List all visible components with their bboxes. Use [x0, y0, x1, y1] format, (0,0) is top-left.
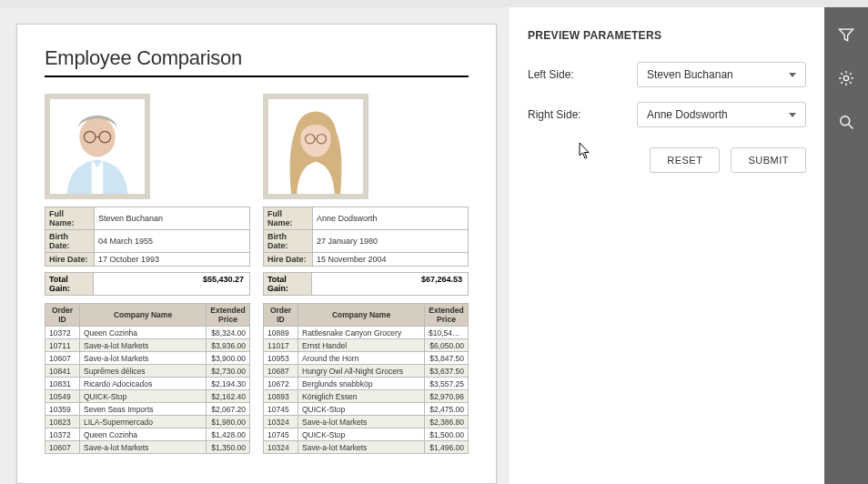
table-row: 10549QUICK-Stop$2,162.40: [45, 390, 250, 403]
table-row: 11017Ernst Handel$6,050.00: [264, 339, 469, 352]
main-layout: Employee Comparison: [0, 7, 868, 484]
right-side-value: Anne Dodsworth: [647, 108, 728, 121]
left-side-label: Left Side:: [528, 68, 637, 81]
table-row: 10359Seven Seas Imports$2,067.20: [45, 403, 250, 416]
table-row: 10831Ricardo Adocicados$2,194.30: [45, 378, 250, 390]
parameters-title: PREVIEW PARAMETERS: [528, 29, 806, 42]
window-top-strip: [0, 0, 868, 7]
right-toolbar: [824, 7, 868, 484]
table-row: 10745QUICK-Stop$2,475.00: [264, 403, 469, 416]
gear-icon[interactable]: [837, 69, 855, 87]
parameters-panel: PREVIEW PARAMETERS Left Side: Steven Buc…: [510, 7, 824, 484]
left-side-select[interactable]: Steven Buchanan: [637, 62, 806, 87]
table-row: 10687Hungry Owl All-Night Grocers$3,637.…: [264, 365, 469, 378]
table-row: 10745QUICK-Stop$1,500.00: [264, 429, 469, 441]
report-title: Employee Comparison: [45, 46, 469, 77]
svg-point-10: [843, 76, 848, 80]
search-icon[interactable]: [837, 113, 855, 131]
employee-right-orders: Order ID Company Name Extended Price 108…: [263, 303, 469, 454]
table-row: 10672Berglunds snabbköp$3,557.25: [264, 378, 469, 390]
employee-left-info: Full Name:Steven Buchanan Birth Date:04 …: [45, 207, 250, 267]
report-page: Employee Comparison: [16, 24, 497, 484]
table-row: 10889Rattlesnake Canyon Grocery$10,540.0…: [264, 327, 469, 339]
employee-right-gain: Total Gain: $67,264.53: [263, 272, 469, 296]
employee-right-photo: [263, 94, 368, 199]
table-row: 10324Save-a-lot Markets$2,386.80: [264, 416, 469, 429]
svg-point-11: [841, 116, 850, 126]
employee-right-info: Full Name:Anne Dodsworth Birth Date:27 J…: [263, 207, 469, 267]
table-row: 10841Suprêmes délices$2,730.00: [45, 365, 250, 378]
report-viewer[interactable]: Employee Comparison: [0, 7, 510, 484]
table-row: 10324Save-a-lot Markets$1,496.00: [264, 441, 469, 454]
employee-right-column: Full Name:Anne Dodsworth Birth Date:27 J…: [263, 94, 469, 454]
svg-line-12: [849, 125, 853, 129]
table-row: 10372Queen Cozinha$8,324.00: [45, 327, 250, 339]
table-row: 10372Queen Cozinha$1,428.00: [45, 429, 250, 441]
employee-left-orders: Order ID Company Name Extended Price 103…: [45, 303, 250, 454]
table-row: 10823LILA-Supermercado$1,980.00: [45, 416, 250, 429]
employee-left-photo: [45, 94, 150, 199]
employee-left-column: Full Name:Steven Buchanan Birth Date:04 …: [45, 94, 250, 454]
reset-button[interactable]: RESET: [650, 147, 720, 173]
table-row: 10711Save-a-lot Markets$3,936.00: [45, 339, 250, 352]
submit-button[interactable]: SUBMIT: [731, 147, 806, 173]
table-row: 10607Save-a-lot Markets$3,900.00: [45, 352, 250, 365]
table-row: 10953Around the Horn$3,847.50: [264, 352, 469, 365]
right-side-select[interactable]: Anne Dodsworth: [637, 102, 806, 127]
table-row: 10607Save-a-lot Markets$1,350.00: [45, 441, 250, 454]
filter-icon[interactable]: [837, 25, 855, 44]
table-row: 10893Königlich Essen$2,970.96: [264, 390, 469, 403]
right-side-label: Right Side:: [528, 108, 637, 121]
employee-left-gain: Total Gain: $55,430.27: [45, 272, 250, 296]
left-side-value: Steven Buchanan: [647, 68, 733, 81]
